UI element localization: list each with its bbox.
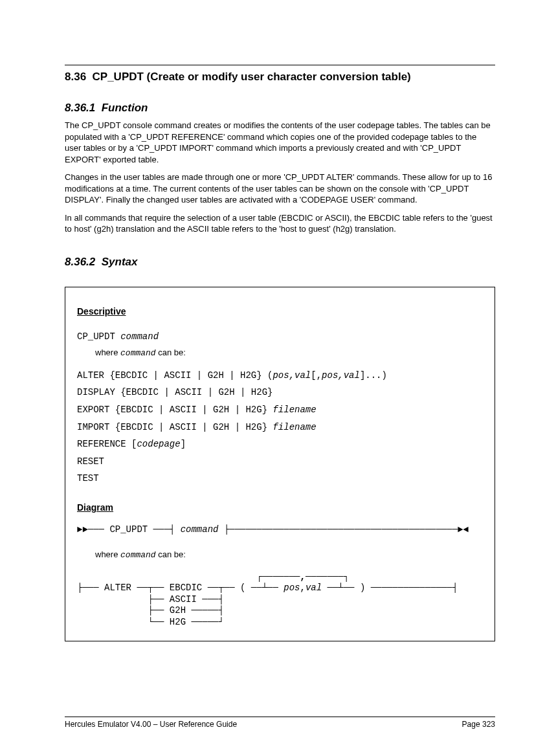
subsection2-number: 8.36.2 [65,256,95,268]
railroad-top: ►►─── CP_UPDT ───┤ command ├────────────… [77,524,483,536]
test-line: TEST [77,470,483,487]
import-filename: filename [273,422,316,432]
subsection2-title: Syntax [102,256,138,268]
alter-mid: [, [311,370,322,381]
alter-suffix: ]...) [360,370,387,381]
subsection1-title: Function [102,102,148,114]
cp-updt-line: CP_UPDT command [77,328,483,346]
footer-doc-title: Hercules Emulator V4.00 – User Reference… [65,720,237,729]
command-placeholder: command [120,331,159,342]
page-footer: Hercules Emulator V4.00 – User Reference… [65,717,495,729]
subsection-syntax-heading: 8.36.2 Syntax [65,256,495,269]
section-title-text: CP_UPDT (Create or modify user character… [93,71,411,83]
reference-line: REFERENCE [codepage] [77,436,483,453]
export-filename: filename [273,405,316,415]
display-line: DISPLAY {EBCDIC | ASCII | G2H | H2G} [77,384,483,401]
descriptive-header: Descriptive [77,303,483,320]
where-text-1: where [95,348,120,357]
function-paragraph-3: In all commands that require the selecti… [65,212,495,235]
subsection-function-heading: 8.36.1 Function [65,102,495,115]
where-text-2: can be: [156,348,186,357]
top-rule [65,65,495,65]
reference-suffix: ] [181,439,186,449]
railroad-where-command: command [120,550,156,560]
railroad-where-1: where [95,550,120,559]
diagram-header: Diagram [77,499,483,517]
railroad-alter: ┌───────,───────┐ ├─── ALTER ──┬── EBCDI… [77,572,483,628]
function-paragraph-2: Changes in the user tables are made thro… [65,172,495,206]
alter-posval2: pos,val [322,370,360,381]
export-line: EXPORT {EBCDIC | ASCII | G2H | H2G} file… [77,401,483,419]
alter-line: ALTER {EBCDIC | ASCII | G2H | H2G} (pos,… [77,367,483,384]
cp-updt-keyword: CP_UPDT [77,331,115,342]
function-paragraph-1: The CP_UPDT console command creates or m… [65,120,495,165]
import-line: IMPORT {EBCDIC | ASCII | G2H | H2G} file… [77,419,483,436]
railroad-where-2: can be: [156,550,186,559]
alter-posval: pos,val [273,370,311,381]
railroad-where: where command can be: [77,547,483,564]
syntax-box: Descriptive CP_UPDT command where comman… [65,287,495,641]
where-line: where command can be: [77,345,483,362]
reference-prefix: REFERENCE [ [77,439,137,449]
import-prefix: IMPORT {EBCDIC | ASCII | G2H | H2G} [77,422,273,432]
where-command: command [120,348,156,358]
section-heading: 8.36 CP_UPDT (Create or modify user char… [65,71,495,83]
alter-prefix: ALTER {EBCDIC | ASCII | G2H | H2G} ( [77,370,273,381]
reset-line: RESET [77,453,483,471]
bottom-rule [65,717,495,717]
subsection1-number: 8.36.1 [65,102,95,114]
export-prefix: EXPORT {EBCDIC | ASCII | G2H | H2G} [77,405,273,415]
footer-page-number: Page 323 [462,720,495,729]
section-number: 8.36 [65,71,86,83]
reference-codepage: codepage [137,439,180,449]
